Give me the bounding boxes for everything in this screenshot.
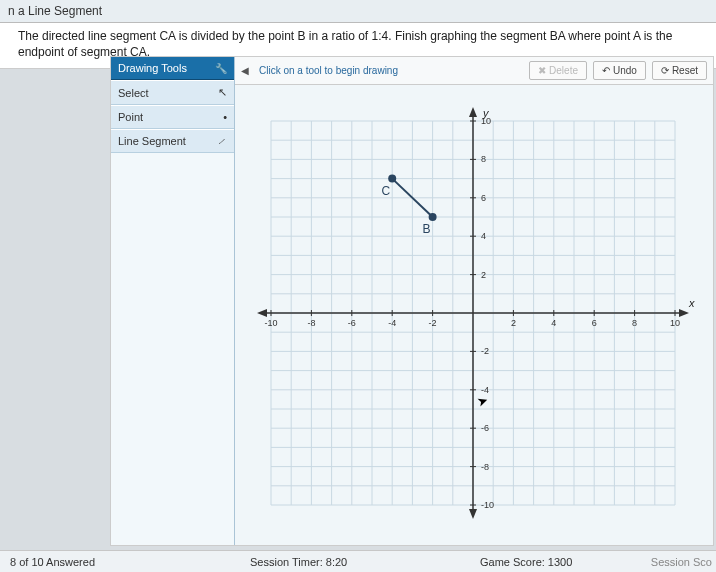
svg-text:-8: -8	[307, 318, 315, 328]
svg-text:-10: -10	[481, 500, 494, 510]
tool-line-label: Line Segment	[118, 135, 186, 147]
svg-marker-47	[469, 509, 477, 519]
instruction-content: The directed line segment CA is divided …	[18, 29, 672, 59]
svg-text:8: 8	[632, 318, 637, 328]
graph-area: ◀ Click on a tool to begin drawing ✖ Del…	[235, 57, 713, 545]
page-header: n a Line Segment	[0, 0, 716, 23]
tool-point-label: Point	[118, 111, 143, 123]
svg-text:2: 2	[481, 270, 486, 280]
delete-icon: ✖	[538, 65, 546, 76]
svg-text:-8: -8	[481, 462, 489, 472]
collapse-icon[interactable]: ◀	[241, 65, 249, 76]
tool-point[interactable]: Point •	[111, 105, 234, 129]
session-timer: Session Timer: 8:20	[250, 556, 347, 568]
svg-marker-46	[469, 107, 477, 117]
svg-text:x: x	[688, 297, 695, 309]
svg-text:10: 10	[670, 318, 680, 328]
svg-point-93	[429, 213, 437, 221]
delete-label: Delete	[549, 65, 578, 76]
tool-line-segment[interactable]: Line Segment ⟋	[111, 129, 234, 153]
coordinate-grid[interactable]: -10-8-6-4-2246810-10-8-6-4-2246810xyCB	[243, 93, 703, 533]
undo-button[interactable]: ↶ Undo	[593, 61, 646, 80]
svg-marker-45	[257, 309, 267, 317]
svg-text:2: 2	[511, 318, 516, 328]
svg-text:-6: -6	[348, 318, 356, 328]
svg-text:-10: -10	[264, 318, 277, 328]
cursor-icon: ↖	[218, 86, 227, 99]
graph-toolbar: ◀ Click on a tool to begin drawing ✖ Del…	[235, 57, 713, 85]
wrench-icon: 🔧	[215, 63, 227, 74]
reset-label: Reset	[672, 65, 698, 76]
tool-panel-title: Drawing Tools	[118, 62, 187, 74]
svg-text:-4: -4	[388, 318, 396, 328]
workspace: Drawing Tools 🔧 Select ↖ Point • Line Se…	[110, 56, 714, 546]
svg-text:-2: -2	[429, 318, 437, 328]
tool-panel: Drawing Tools 🔧 Select ↖ Point • Line Se…	[111, 57, 235, 545]
svg-text:8: 8	[481, 154, 486, 164]
toolbar-hint: Click on a tool to begin drawing	[255, 65, 523, 76]
segment-icon: ⟋	[216, 135, 227, 147]
svg-marker-44	[679, 309, 689, 317]
tool-select[interactable]: Select ↖	[111, 80, 234, 105]
dot-icon: •	[223, 111, 227, 123]
svg-text:B: B	[423, 222, 431, 236]
tool-panel-header: Drawing Tools 🔧	[111, 57, 234, 80]
svg-text:C: C	[382, 184, 391, 198]
undo-icon: ↶	[602, 65, 610, 76]
reset-icon: ⟳	[661, 65, 669, 76]
svg-point-91	[388, 175, 396, 183]
header-title: n a Line Segment	[8, 4, 102, 18]
delete-button[interactable]: ✖ Delete	[529, 61, 587, 80]
svg-text:4: 4	[481, 231, 486, 241]
svg-text:6: 6	[592, 318, 597, 328]
reset-button[interactable]: ⟳ Reset	[652, 61, 707, 80]
graph-canvas[interactable]: -10-8-6-4-2246810-10-8-6-4-2246810xyCB ➤	[235, 85, 713, 545]
session-score: Session Sco	[651, 556, 712, 568]
answered-status: 8 of 10 Answered	[0, 556, 105, 568]
svg-text:-6: -6	[481, 423, 489, 433]
undo-label: Undo	[613, 65, 637, 76]
game-score: Game Score: 1300	[480, 556, 572, 568]
svg-text:6: 6	[481, 193, 486, 203]
svg-text:-2: -2	[481, 346, 489, 356]
svg-text:4: 4	[551, 318, 556, 328]
tool-select-label: Select	[118, 87, 149, 99]
status-footer: 8 of 10 Answered Session Timer: 8:20 Gam…	[0, 550, 716, 572]
